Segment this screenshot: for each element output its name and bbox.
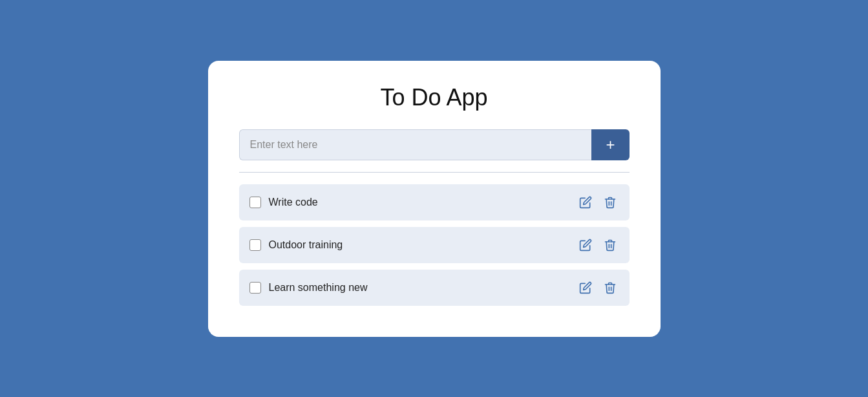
delete-button[interactable] xyxy=(601,236,619,254)
edit-button[interactable] xyxy=(577,279,595,297)
task-input[interactable] xyxy=(239,129,592,160)
todo-card: To Do App + Write code xyxy=(208,61,661,337)
todo-left: Learn something new xyxy=(249,282,368,294)
todo-checkbox[interactable] xyxy=(249,239,261,251)
divider xyxy=(239,172,630,173)
delete-button[interactable] xyxy=(601,279,619,297)
todo-label: Learn something new xyxy=(269,282,368,294)
add-button[interactable]: + xyxy=(591,129,629,160)
todo-left: Write code xyxy=(249,197,318,208)
edit-button[interactable] xyxy=(577,236,595,254)
todo-label: Outdoor training xyxy=(269,239,343,251)
todo-actions xyxy=(577,279,619,297)
todo-checkbox[interactable] xyxy=(249,282,261,294)
delete-button[interactable] xyxy=(601,193,619,211)
app-title: To Do App xyxy=(239,84,630,111)
todo-item: Write code xyxy=(239,184,630,220)
input-row: + xyxy=(239,129,630,160)
todo-actions xyxy=(577,193,619,211)
todo-list: Write code xyxy=(239,184,630,306)
todo-actions xyxy=(577,236,619,254)
todo-left: Outdoor training xyxy=(249,239,343,251)
todo-item: Learn something new xyxy=(239,270,630,306)
todo-item: Outdoor training xyxy=(239,227,630,263)
todo-label: Write code xyxy=(269,197,318,208)
edit-button[interactable] xyxy=(577,193,595,211)
todo-checkbox[interactable] xyxy=(249,197,261,208)
